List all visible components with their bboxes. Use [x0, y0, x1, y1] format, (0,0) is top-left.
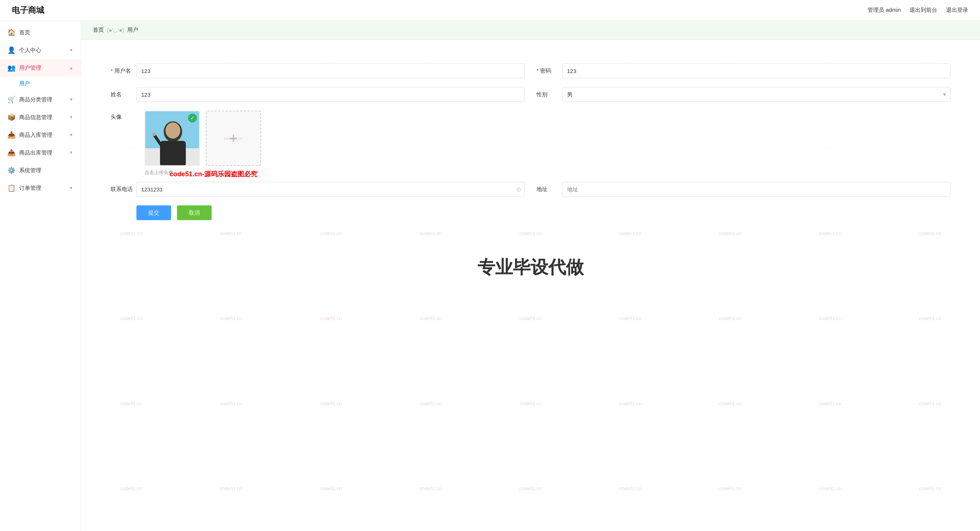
content-wrapper: code51.cn code51.cn code51.cn code51.cn …	[81, 21, 980, 531]
breadcrumb-home[interactable]: 首页	[93, 27, 104, 33]
wm-cell: code51.cn	[381, 276, 481, 361]
phone-input-wrapper: ⊙	[137, 182, 525, 197]
wm-cell: code51.cn	[481, 276, 581, 361]
wm-cell: code51.cn	[580, 276, 680, 361]
address-input[interactable]	[562, 182, 950, 197]
svg-rect-3	[160, 141, 186, 166]
main-layout: 🏠 首页 👤 个人中心 ▼ 👥 用户管理 ▲ 用户 🛒 商品分类管理 ▼ 📦 商…	[0, 21, 980, 531]
wm-cell: code51.cn	[580, 361, 680, 446]
wm-cell: code51.cn	[381, 446, 481, 531]
wm-cell: code51.cn	[281, 361, 381, 446]
wm-cell: code51.cn	[181, 361, 281, 446]
avatar-check-icon: ✓	[188, 114, 197, 122]
wm-cell: code51.cn	[281, 446, 381, 531]
person-icon: 👤	[7, 46, 16, 54]
wm-cell: code51.cn	[680, 361, 780, 446]
sidebar: 🏠 首页 👤 个人中心 ▼ 👥 用户管理 ▲ 用户 🛒 商品分类管理 ▼ 📦 商…	[0, 21, 81, 531]
bottom-title: 专业毕设代做	[81, 244, 980, 285]
wm-cell: code51.cn	[880, 446, 980, 531]
username-input[interactable]	[137, 64, 525, 78]
wm-cell: code51.cn	[880, 276, 980, 361]
wm-cell: code51.cn	[780, 361, 880, 446]
wm-cell: code51.cn	[780, 446, 880, 531]
gender-label: 性别	[536, 91, 558, 98]
svg-point-6	[152, 132, 156, 136]
chevron-down-icon-6: ▼	[69, 186, 73, 191]
avatar-thumbnail[interactable]: ✓	[145, 111, 200, 166]
form-group-realname: 姓名	[111, 87, 525, 102]
chevron-down-icon-5: ▼	[69, 150, 73, 155]
form-group-password: *密码	[536, 64, 950, 78]
svg-point-4	[165, 122, 180, 139]
avatar-upload-hint[interactable]: 点击上传头像	[145, 170, 173, 175]
category-icon: 🛒	[7, 95, 16, 103]
wm-cell: code51.cn	[181, 276, 281, 361]
gender-select[interactable]: 男 女	[562, 87, 950, 102]
chevron-up-icon: ▲	[69, 65, 73, 70]
sidebar-item-product-inbound[interactable]: 📥 商品入库管理 ▼	[0, 126, 81, 144]
sidebar-product-info-label: 商品信息管理	[19, 114, 52, 121]
sidebar-item-order[interactable]: 📋 订单管理 ▼	[0, 179, 81, 197]
sidebar-user-mgmt-label: 用户管理	[19, 65, 41, 72]
sidebar-item-system[interactable]: ⚙️ 系统管理	[0, 162, 81, 179]
wm-cell: code51.cn	[880, 361, 980, 446]
breadcrumb-current: 用户	[127, 27, 138, 33]
wm-cell: code51.cn	[381, 361, 481, 446]
sidebar-system-label: 系统管理	[19, 167, 41, 174]
header-actions: 管理员 admin 退出到前台 退出登录	[867, 6, 968, 14]
plus-icon: +	[229, 130, 237, 147]
cancel-button[interactable]: 取消	[177, 205, 212, 220]
form-row-avatar: 头像	[111, 111, 950, 176]
wm-cell: code51.cn	[481, 361, 581, 446]
address-label: 地址	[536, 186, 558, 193]
logout-link[interactable]: 退出登录	[946, 6, 968, 14]
avatar-upload-placeholder[interactable]: + code51.cn	[206, 111, 261, 166]
clear-icon[interactable]: ⊙	[516, 186, 521, 193]
password-label: *密码	[536, 67, 558, 75]
info-icon: 📦	[7, 113, 16, 121]
form-actions: 提交 取消	[111, 205, 950, 220]
back-to-front-link[interactable]: 退出到前台	[910, 6, 937, 14]
inbound-icon: 📥	[7, 131, 16, 139]
sidebar-item-product-info[interactable]: 📦 商品信息管理 ▼	[0, 108, 81, 126]
avatar-upload-area: ✓ + code51.cn	[145, 111, 261, 176]
sidebar-personal-label: 个人中心	[19, 47, 41, 54]
wm-cell: code51.cn	[481, 446, 581, 531]
form-group-username: *用户名	[111, 64, 525, 78]
sidebar-item-user-management[interactable]: 👥 用户管理 ▲	[0, 59, 81, 77]
users-icon: 👥	[7, 64, 16, 72]
phone-input[interactable]	[137, 182, 525, 197]
sidebar-item-product-outbound[interactable]: 📤 商品出库管理 ▼	[0, 144, 81, 162]
phone-label: 联系电话	[111, 186, 133, 193]
wm-cell: code51.cn	[580, 446, 680, 531]
sidebar-product-inbound-label: 商品入库管理	[19, 132, 52, 139]
sidebar-item-product-category[interactable]: 🛒 商品分类管理 ▼	[0, 91, 81, 108]
form-row-personal: 姓名 性别 男 女 ▼	[111, 87, 950, 102]
chevron-down-icon-2: ▼	[69, 97, 73, 102]
wm-cell: code51.cn	[780, 276, 880, 361]
admin-label: 管理员 admin	[867, 6, 901, 14]
order-icon: 📋	[7, 184, 16, 192]
form-group-address: 地址	[536, 182, 950, 197]
sidebar-product-outbound-label: 商品出库管理	[19, 149, 52, 156]
sidebar-item-personal[interactable]: 👤 个人中心 ▼	[0, 41, 81, 59]
system-icon: ⚙️	[7, 166, 16, 175]
sidebar-order-label: 订单管理	[19, 185, 41, 192]
wm-cell: code51.cn	[81, 361, 181, 446]
form-group-gender: 性别 男 女 ▼	[536, 87, 950, 102]
realname-label: 姓名	[111, 91, 133, 98]
password-input[interactable]	[562, 64, 950, 78]
wm-cell: code51.cn	[680, 276, 780, 361]
wm-cell: code51.cn	[680, 446, 780, 531]
realname-input[interactable]	[137, 87, 525, 102]
chevron-down-icon-4: ▼	[69, 132, 73, 138]
user-form: *用户名 *密码 姓名	[96, 52, 965, 232]
submit-button[interactable]: 提交	[137, 205, 171, 220]
breadcrumb: 首页 (●'◡'●) 用户	[81, 21, 980, 40]
avatar-hint-area: 点击上传头像	[145, 169, 261, 176]
sidebar-sub-item-user[interactable]: 用户	[0, 77, 81, 91]
sidebar-item-home[interactable]: 🏠 首页	[0, 24, 81, 41]
breadcrumb-separator: (●'◡'●)	[107, 27, 124, 33]
outbound-icon: 📤	[7, 149, 16, 157]
sidebar-product-category-label: 商品分类管理	[19, 96, 52, 103]
